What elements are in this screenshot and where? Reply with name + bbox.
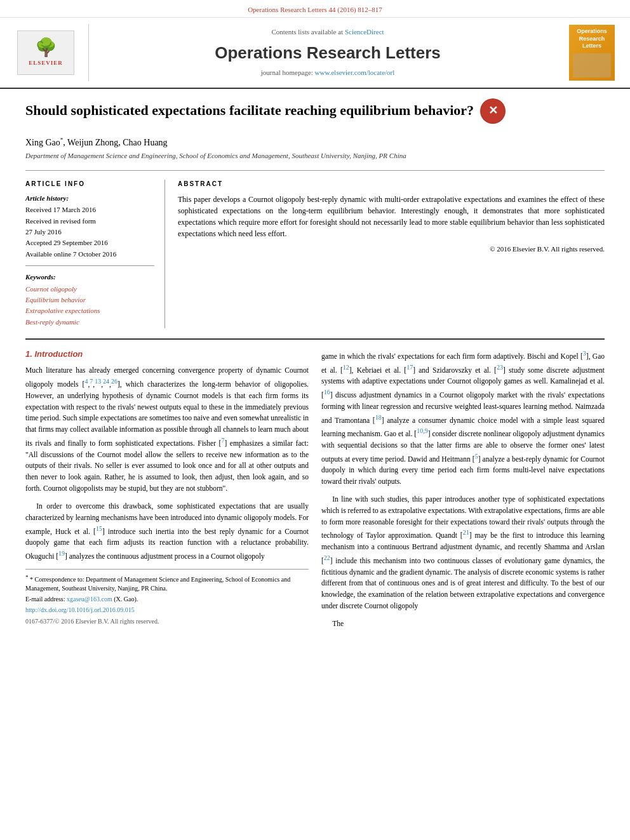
- ref-16[interactable]: 16: [324, 389, 330, 396]
- the-text: The: [332, 620, 344, 627]
- crossmark-badge: ✕: [480, 98, 506, 124]
- ref-7b[interactable]: 7: [221, 437, 224, 444]
- introduction-heading: 1. Introduction: [25, 349, 309, 360]
- intro-para1: Much literature has already emerged conc…: [25, 365, 309, 495]
- journal-info: Contents lists available at ScienceDirec…: [98, 24, 557, 81]
- received-revised-label: Received in revised form: [25, 217, 154, 226]
- footnote-email: E-mail address: xgaseu@163.com (X. Gao).: [25, 595, 309, 604]
- thumb-title-line3: Letters: [577, 43, 607, 50]
- crossmark-icon: ✕: [488, 103, 498, 119]
- keyword-1: Cournot oligopoly: [25, 284, 154, 294]
- info-divider: [25, 265, 154, 266]
- journal-title: Operations Research Letters: [98, 41, 557, 64]
- ref-19[interactable]: 19: [58, 550, 65, 557]
- ref-5[interactable]: 5: [475, 453, 478, 460]
- available-online-date: Available online 7 October 2016: [25, 250, 154, 259]
- ref-13[interactable]: 13: [95, 378, 101, 385]
- tree-icon: 🌳: [35, 39, 57, 57]
- journal-cover-image: Operations Research Letters: [569, 25, 615, 81]
- thumb-title-line2: Research: [577, 36, 607, 43]
- ref-15[interactable]: 15: [96, 525, 102, 532]
- ref-23[interactable]: 23: [497, 364, 503, 371]
- ref-26[interactable]: 26: [111, 378, 117, 385]
- right-para2: In line with such studies, this paper in…: [321, 494, 605, 612]
- info-abstract-section: ARTICLE INFO Article history: Received 1…: [25, 170, 605, 328]
- keyword-2: Equilibrium behavior: [25, 295, 154, 305]
- journal-thumbnail: Operations Research Letters: [566, 24, 617, 81]
- body-right-column: game in which the rivals' expectations f…: [321, 349, 605, 636]
- citation-bar: Operations Research Letters 44 (2016) 81…: [0, 0, 630, 18]
- right-para3-the: The: [321, 618, 605, 630]
- article-info-heading: ARTICLE INFO: [25, 180, 154, 189]
- abstract-text: This paper develops a Cournot oligopoly …: [178, 194, 605, 239]
- ref-3[interactable]: 3: [583, 350, 586, 357]
- elsevier-logo-box: 🌳 ELSEVIER: [17, 30, 74, 75]
- article-info-column: ARTICLE INFO Article history: Received 1…: [25, 180, 165, 328]
- history-label: Article history:: [25, 194, 154, 203]
- doi-link-line: http://dx.doi.org/10.1016/j.orl.2016.09.…: [25, 606, 309, 615]
- ref-18[interactable]: 18: [375, 414, 382, 421]
- footnote-copyright: 0167-6377/© 2016 Elsevier B.V. All right…: [25, 617, 309, 626]
- author-affiliation: Department of Management Science and Eng…: [25, 151, 605, 161]
- publisher-logo: 🌳 ELSEVIER: [13, 24, 89, 81]
- ref-17[interactable]: 17: [406, 364, 413, 371]
- author-xing-gao: Xing Gao*: [25, 138, 63, 147]
- footnote-correspondence: * * Correspondence to: Department of Man…: [25, 573, 309, 593]
- article-content: Should sophisticated expectations facili…: [0, 89, 630, 649]
- ref-24[interactable]: 24: [103, 378, 109, 385]
- citation-text: Operations Research Letters 44 (2016) 81…: [248, 6, 382, 13]
- ref-10-9[interactable]: 10,9: [417, 427, 428, 434]
- keyword-4: Best-reply dynamic: [25, 317, 154, 327]
- received-date: Received 17 March 2016: [25, 205, 154, 215]
- ref-4[interactable]: 4: [84, 378, 88, 385]
- sciencedirect-link[interactable]: ScienceDirect: [345, 28, 384, 36]
- body-section: 1. Introduction Much literature has alre…: [25, 338, 605, 636]
- elsevier-label: ELSEVIER: [29, 59, 63, 67]
- ref-21[interactable]: 21: [463, 529, 469, 536]
- keyword-3: Extrapolative expectations: [25, 306, 154, 316]
- contents-available-line: Contents lists available at ScienceDirec…: [98, 27, 557, 37]
- copyright-line: © 2016 Elsevier B.V. All rights reserved…: [178, 244, 605, 254]
- homepage-line: journal homepage: www.elsevier.com/locat…: [98, 68, 557, 77]
- homepage-link[interactable]: www.elsevier.com/locate/orl: [315, 69, 395, 76]
- revised-date: 27 July 2016: [25, 227, 154, 237]
- doi-link[interactable]: http://dx.doi.org/10.1016/j.orl.2016.09.…: [25, 606, 135, 613]
- footnote-section: * * Correspondence to: Department of Man…: [25, 569, 309, 626]
- journal-header: 🌳 ELSEVIER Contents lists available at S…: [0, 18, 630, 88]
- author-names: Xing Gao*, Weijun Zhong, Chao Huang: [25, 138, 168, 147]
- ref-12[interactable]: 12: [343, 364, 349, 371]
- author-chao-huang: Chao Huang: [123, 138, 167, 147]
- ref-7[interactable]: 7: [90, 378, 93, 385]
- author-weijun-zhong: Weijun Zhong: [67, 138, 118, 147]
- author-list: Xing Gao*, Weijun Zhong, Chao Huang: [25, 136, 605, 149]
- intro-para2: In order to overcome this drawback, some…: [25, 501, 309, 563]
- abstract-heading: ABSTRACT: [178, 180, 605, 189]
- accepted-date: Accepted 29 September 2016: [25, 238, 154, 248]
- keywords-heading: Keywords:: [25, 272, 154, 282]
- thumb-title-line1: Operations: [577, 28, 607, 36]
- body-left-column: 1. Introduction Much literature has alre…: [25, 349, 309, 636]
- email-link[interactable]: xgaseu@163.com: [67, 596, 112, 603]
- right-para1: game in which the rivals' expectations f…: [321, 349, 605, 488]
- abstract-column: ABSTRACT This paper develops a Cournot o…: [178, 180, 605, 328]
- keywords-list: Cournot oligopoly Equilibrium behavior E…: [25, 284, 154, 328]
- ref-22[interactable]: 22: [324, 554, 330, 561]
- article-title: Should sophisticated expectations facili…: [25, 102, 474, 120]
